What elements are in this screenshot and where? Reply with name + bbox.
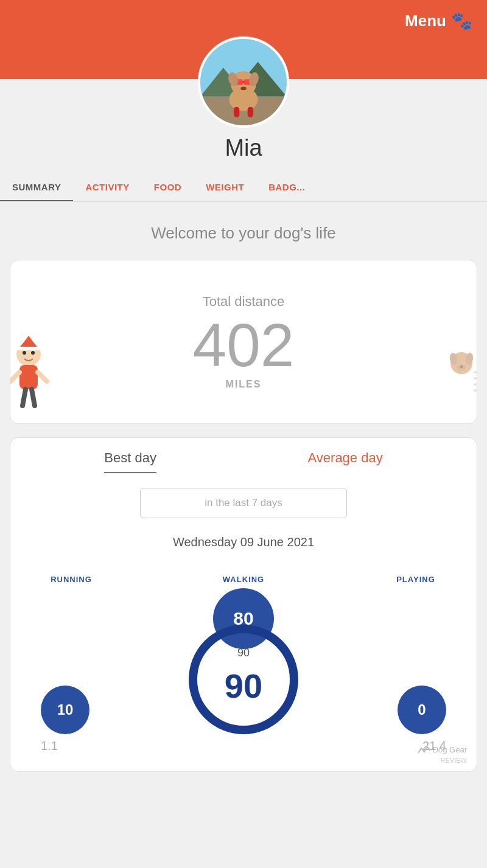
svg-rect-14	[248, 107, 253, 117]
tab-badges[interactable]: BADG...	[256, 172, 317, 201]
bottom-values: 1.1 21.4	[23, 734, 464, 753]
svg-line-22	[32, 389, 35, 406]
menu-label: Menu	[405, 12, 446, 30]
paw-icon: 🐾	[451, 11, 472, 31]
running-circle: 10	[41, 686, 89, 734]
distance-card-title: Total distance	[203, 294, 285, 310]
running-circle-item: 10	[41, 686, 89, 734]
running-label: RUNNING	[51, 575, 92, 584]
svg-point-31	[460, 366, 463, 368]
avatar[interactable]	[198, 36, 289, 128]
walking-wrapper: 80 90 90	[189, 588, 298, 734]
playing-circle-item: 0	[398, 686, 446, 734]
menu-button[interactable]: Menu 🐾	[405, 11, 472, 31]
ring-inner-text: 90	[237, 647, 250, 659]
day-tabs: Best day Average day	[10, 450, 477, 473]
watermark: Dog Gear REVIEW	[418, 745, 467, 765]
day-date: Wednesday 09 June 2021	[10, 535, 477, 549]
svg-rect-18	[19, 365, 38, 389]
avatar-section: Mia	[0, 36, 487, 161]
mascot-right	[440, 348, 477, 411]
distance-value: 402	[193, 314, 295, 375]
tab-food[interactable]: FOOD	[142, 172, 194, 201]
svg-rect-9	[243, 81, 244, 83]
svg-line-19	[10, 372, 19, 381]
day-card: Best day Average day in the last 7 days …	[10, 437, 477, 772]
svg-line-21	[23, 389, 26, 406]
best-day-tab[interactable]: Best day	[104, 450, 156, 473]
watermark-line1: Dog Gear	[433, 745, 467, 755]
bottom-left-value: 1.1	[41, 739, 58, 753]
day-filter-button[interactable]: in the last 7 days	[140, 488, 347, 518]
svg-rect-13	[234, 107, 239, 117]
svg-point-10	[240, 87, 246, 91]
pet-name: Mia	[225, 135, 262, 161]
svg-point-23	[23, 351, 26, 355]
playing-label: PLAYING	[396, 575, 435, 584]
main-content: Welcome to your dog's life	[0, 202, 487, 772]
tab-activity[interactable]: ACTIVITY	[73, 172, 141, 201]
walking-outer-ring: 90 90	[189, 625, 298, 734]
svg-rect-17	[16, 347, 41, 350]
svg-point-24	[31, 351, 35, 355]
welcome-text: Welcome to your dog's life	[10, 202, 477, 260]
svg-marker-16	[19, 336, 38, 348]
distance-card: Total distance 402 MILES	[10, 260, 477, 424]
watermark-line2: REVIEW	[441, 757, 467, 764]
activity-section: RUNNING WALKING PLAYING 10	[10, 561, 477, 771]
distance-unit: MILES	[226, 379, 262, 390]
average-day-tab[interactable]: Average day	[308, 450, 383, 473]
tab-summary[interactable]: SUMMARY	[0, 172, 73, 201]
tab-weight[interactable]: WEIGHT	[194, 172, 256, 201]
tabs-container: SUMMARY ACTIVITY FOOD WEIGHT BADG...	[0, 172, 487, 202]
svg-line-20	[38, 372, 47, 381]
ring-value: 90	[225, 666, 262, 706]
walking-label: WALKING	[223, 575, 264, 584]
playing-circle: 0	[398, 686, 446, 734]
mascot-left	[10, 336, 53, 411]
